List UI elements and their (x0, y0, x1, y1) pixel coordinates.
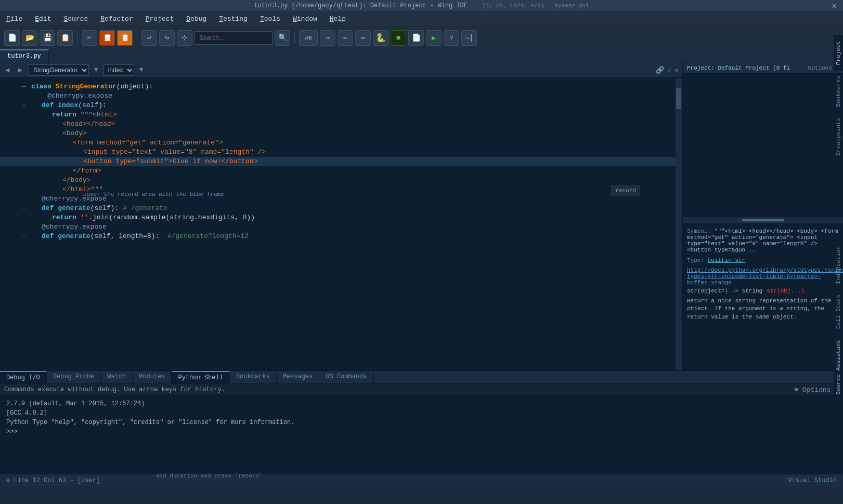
editor-container: ◀ ▶ StringGenerator ▼ index ▼ 🔗 ✓ ✕ (0, 62, 682, 370)
save-as-button[interactable]: 📋 (57, 30, 73, 46)
status-right: Visual Studio (788, 477, 837, 484)
sep3 (294, 32, 295, 44)
code-line: — def generate(self): # /generate (0, 204, 682, 213)
menu-project[interactable]: Project (144, 14, 176, 24)
window-title: tutor3.py (/home/gaoy/qttest): Default P… (254, 2, 468, 9)
paste-button[interactable]: 📋 (117, 30, 133, 46)
menu-window[interactable]: Window (291, 14, 319, 24)
menu-edit[interactable]: Edit (33, 14, 53, 24)
code-line: <form method="get" action="generate"> (0, 138, 682, 148)
wrap-button[interactable]: ⇔ (355, 30, 371, 46)
toolbar: 📄 📂 💾 📋 ✂ 📋 📋 ↩ ↪ ⊹ 🔍 AB ⇒ ⇐ ⇔ 🐍 ■ 📄 ▶ ⑂… (0, 26, 843, 49)
editor-close[interactable]: ✕ (675, 66, 679, 74)
shell-line-1: 2.7.9 (default, Mar 1 2015, 12:57:24) (6, 399, 837, 408)
ab-button[interactable]: AB (299, 30, 318, 46)
vtab-breakpoints[interactable]: Breakpoints (834, 112, 843, 161)
tab-debug-io[interactable]: Debug I/O (0, 371, 47, 383)
right-vtabs-bottom: Indentation Call Stack Source Assistant (834, 241, 843, 400)
save-button[interactable]: 💾 (40, 30, 55, 46)
code-line: </body> (0, 176, 682, 185)
record-overlay: record (611, 185, 640, 196)
str-method-link[interactable]: str(obj...) (767, 288, 805, 294)
tab-python-shell[interactable]: Python Shell (172, 371, 229, 383)
status-left: ⊛ Line 12 Col 63 - [User] (6, 476, 100, 484)
open-file-button[interactable]: 📂 (22, 30, 37, 46)
undo-button[interactable]: ↩ (141, 30, 157, 46)
source-description: Return a nice string representation of t… (687, 297, 839, 321)
vtab-source-assistant[interactable]: Source Assistant (834, 334, 843, 400)
menu-refactor[interactable]: Refactor (98, 14, 135, 24)
cut-button[interactable]: ✂ (82, 30, 97, 46)
tab-modules[interactable]: Modules (133, 371, 172, 383)
method-dropdown[interactable]: index (103, 64, 134, 76)
indent-button[interactable]: ⇒ (320, 30, 335, 46)
scrollbar-thumb[interactable] (676, 88, 681, 109)
step-button[interactable]: →| (461, 30, 477, 46)
code-line: return """<html> (0, 110, 682, 120)
outdent-button[interactable]: ⇐ (338, 30, 353, 46)
search-go-button[interactable]: 🔍 (275, 30, 290, 46)
menu-help[interactable]: Help (328, 14, 348, 24)
redo-button[interactable]: ↪ (159, 30, 175, 46)
shell-prompt-line[interactable]: >>> (6, 427, 837, 436)
new-file-button[interactable]: 📄 (4, 30, 20, 46)
source-type: Type: builtin str (687, 256, 839, 264)
right-vtabs: Project Bookmarks Breakpoints (834, 35, 843, 161)
vtab-indentation[interactable]: Indentation (834, 241, 843, 289)
source-link[interactable]: http://docs.python.org/library/stdtypes.… (687, 267, 839, 286)
code-line: <input type="text" value="8" name="lengt… (0, 148, 682, 157)
select-button[interactable]: ⊹ (177, 30, 192, 46)
nav-back-arrow[interactable]: ◀ (3, 65, 11, 74)
tab-watch[interactable]: Watch (101, 371, 133, 383)
class-dropdown[interactable]: StringGenerator (29, 64, 89, 76)
bottom-toolbar: Commands execute without debug. Use arro… (0, 384, 843, 396)
sep1 (77, 32, 77, 44)
menu-tools[interactable]: Tools (258, 14, 282, 24)
right-panel-top: Project: Default Project [0 fi Options ▾… (683, 62, 843, 216)
menu-source[interactable]: Source (61, 14, 90, 24)
source-type-value[interactable]: builtin str (708, 257, 746, 263)
menu-debug[interactable]: Debug (184, 14, 209, 24)
editor-icon-1[interactable]: 🔗 (656, 66, 664, 74)
code-line: — def index(self): (0, 101, 682, 110)
vtab-callstack[interactable]: Call Stack (834, 289, 843, 334)
close-button[interactable]: × (832, 2, 837, 11)
code-line-highlighted: <button type="submit">Give it now!</butt… (0, 157, 682, 166)
shell-prompt: >>> (6, 428, 18, 435)
file-tab-tutor3[interactable]: tutor3.py (0, 49, 49, 62)
source-symbol: Symbol: """<html> <head></head> <body> <… (687, 228, 839, 253)
code-line: — class StringGenerator(object): (0, 82, 682, 91)
tab-bookmarks[interactable]: Bookmarks (230, 371, 277, 383)
python-button[interactable]: 🐍 (373, 30, 388, 46)
scrollbar[interactable] (676, 78, 682, 370)
copy-button[interactable]: 📋 (99, 30, 115, 46)
code-line: return ''.join(random.sample(string.hexd… (0, 213, 682, 222)
code-area[interactable]: — class StringGenerator(object): @cherry… (0, 78, 682, 370)
branch-button[interactable]: ⑂ (444, 30, 459, 46)
tab-debug-probe[interactable]: Debug Probe (47, 371, 101, 383)
play-button[interactable]: ▶ (426, 30, 442, 46)
right-panel: Project: Default Project [0 fi Options ▾… (682, 62, 843, 370)
code-line: <body> (0, 129, 682, 138)
menu-bar: File Edit Source Refactor Project Debug … (0, 12, 843, 26)
tab-messages[interactable]: Messages (277, 371, 320, 383)
vtab-project[interactable]: Project (834, 35, 843, 70)
file-tabs: tutor3.py (0, 49, 843, 62)
bottom-toolbar-label: Commands execute without debug. Use arro… (4, 386, 225, 393)
vtab-bookmarks[interactable]: Bookmarks (834, 70, 843, 112)
doc-button[interactable]: 📄 (408, 30, 424, 46)
menu-testing[interactable]: Testing (217, 14, 250, 24)
search-input[interactable] (194, 31, 273, 45)
editor-icon-2[interactable]: ✓ (667, 66, 671, 74)
code-line: — def generate(self, length=8): #/genera… (0, 232, 682, 241)
nav-forward-arrow[interactable]: ▶ (16, 65, 24, 74)
menu-file[interactable]: File (4, 14, 24, 24)
scroll-bar-indicator (742, 219, 784, 221)
code-line-record: </html>""" record (0, 185, 682, 194)
shell-input[interactable] (23, 428, 833, 435)
tab-os-commands[interactable]: OS Commands (319, 371, 373, 383)
status-bar: ⊛ Line 12 Col 63 - [User] Visual Studio (0, 474, 843, 486)
run-button[interactable]: ■ (391, 30, 406, 46)
bottom-toolbar-icon[interactable]: ≡ (794, 386, 798, 394)
str-method: str(object=) -> string (687, 288, 762, 294)
